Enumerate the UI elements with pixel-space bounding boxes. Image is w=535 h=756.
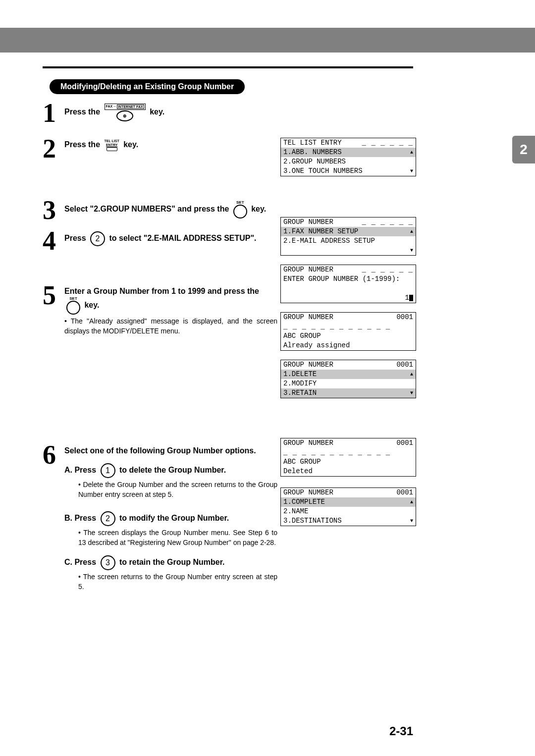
lcd-line: 3.ONE TOUCH NUMBERS [283,166,363,176]
step-number: 5 [43,282,64,309]
lcd-line: ENTER GROUP NUMBER (1-1999): [283,274,400,284]
lcd-tel-list: TEL LIST ENTRY_ _ _ _ _ _ 1.ABB. NUMBERS… [280,138,416,176]
step-number: 3 [43,197,64,223]
lcd-line: 1.ABB. NUMBERS [283,148,342,157]
step-6b-tail: to modify the Group Number. [119,514,229,522]
lcd-line: GROUP NUMBER [283,265,333,274]
lcd-line: GROUP NUMBER [283,488,333,497]
section-title: Modifying/Deleting an Existing Group Num… [50,79,245,94]
lcd-line: 3.DESTINATIONS [283,516,342,526]
lcd-enter-number: GROUP NUMBER_ _ _ _ _ _ ENTER GROUP NUMB… [280,265,416,303]
key-2-icon: 2 [90,231,105,246]
lcd-dash: _ _ _ _ _ _ [362,265,413,274]
step-1-text-b: key. [150,108,164,116]
lcd-line: 2.MODIFY [283,379,317,388]
lcd-line: 2.E-MAIL ADDRESS SETUP [283,236,375,246]
header-bar [0,28,535,53]
set-label: SET [236,201,244,205]
fax-label-left: FAX [106,105,113,109]
lcd-value: 0001 [396,313,413,322]
top-rule [43,66,413,68]
lcd-line: GROUP NUMBER [283,217,333,227]
set-label: SET [69,297,77,301]
lcd-line: ABC GROUP [283,331,321,341]
lcd-value: 0001 [396,438,413,448]
step-6b-label: B. Press [64,514,96,522]
lcd-line: 1.FAX NUMBER SETUP [283,227,358,236]
fax-internet-key-icon: FAX ↔ INTERNET FAX ⊕ [105,104,146,121]
step-6c-label: C. Press [64,558,96,567]
lcd-dash: _ _ _ _ _ _ _ _ _ _ _ _ [283,448,390,457]
lcd-modify-menu: GROUP NUMBER0001 1.COMPLETE▲ 2.NAME 3.DE… [280,487,416,526]
step-4-text-a: Press [64,234,86,242]
key-2-icon: 2 [101,511,115,526]
step-6-title: Select one of the following Group Number… [64,445,277,456]
chapter-side-tab: 2 [512,136,535,163]
lcd-line: 3.RETAIN [283,388,317,398]
down-arrow-icon: ▼ [410,388,413,398]
step-6a-bullet: • Delete the Group Number and the screen… [78,480,277,499]
up-arrow-icon: ▲ [410,370,413,379]
step-6a-label: A. Press [64,466,96,474]
lcd-line: GROUP NUMBER [283,360,333,370]
lcd-line: Deleted [283,467,313,476]
step-number: 1 [43,100,64,126]
step-1-text-a: Press the [64,108,100,116]
step-6b-bullet: • The screen displays the Group Number m… [78,528,277,547]
entry-key-mid: ENTRY [106,143,117,147]
down-arrow-icon: ▼ [410,246,413,255]
step-number: 2 [43,135,64,162]
page-number: 2-31 [389,724,413,738]
step-5-bullet: • The "Already assigned" message is disp… [64,317,277,336]
lcd-already-assigned: GROUP NUMBER0001 _ _ _ _ _ _ _ _ _ _ _ _… [280,312,416,351]
lcd-modify-delete-menu: GROUP NUMBER0001 1.DELETE▲ 2.MODIFY 3.RE… [280,360,416,398]
up-arrow-icon: ▲ [410,497,413,507]
lcd-line: 2.GROUP NUMBERS [283,157,346,166]
lcd-deleted: GROUP NUMBER0001 _ _ _ _ _ _ _ _ _ _ _ _… [280,438,416,477]
lcd-line: 2.NAME [283,507,308,516]
up-arrow-icon: ▲ [410,227,413,236]
key-1-icon: 1 [101,463,115,478]
step-3-text-b: key. [251,205,266,213]
step-6c-bullet: • The screen returns to the Group Number… [78,572,277,592]
lcd-line: 1.COMPLETE [283,497,325,507]
lcd-line: 1.DELETE [283,370,317,379]
lcd-line: 1 [405,293,409,303]
lcd-line: TEL LIST ENTRY [283,138,342,148]
fax-arrow-icon: ↔ [113,105,116,109]
entry-key-top: TEL LIST [105,139,119,143]
lcd-dash: _ _ _ _ _ _ [362,217,413,227]
set-key-icon: SET [66,297,80,315]
step-4-text-b: to select "2.E-MAIL ADDRESS SETUP". [109,234,257,242]
cursor-icon [409,295,413,301]
step-6c-tail: to retain the Group Number. [119,558,224,567]
down-arrow-icon: ▼ [410,516,413,526]
lcd-line: GROUP NUMBER [283,313,333,322]
step-5-text-a: Enter a Group Number from 1 to 1999 and … [64,287,259,295]
down-arrow-icon: ▼ [410,166,413,176]
step-number: 4 [43,227,64,254]
tel-list-entry-key-icon: TEL LIST ENTRY [105,139,119,151]
step-2-text-b: key. [123,140,138,149]
step-3-text-a: Select "2.GROUP NUMBERS" and press the [64,205,229,213]
step-6a-tail: to delete the Group Number. [119,466,226,474]
lcd-group-menu: GROUP NUMBER_ _ _ _ _ _ 1.FAX NUMBER SET… [280,217,416,256]
up-arrow-icon: ▲ [410,148,413,157]
lcd-line: Already assigned [283,341,350,350]
lcd-line: ABC GROUP [283,457,321,467]
step-number: 6 [43,441,64,468]
lcd-value: 0001 [396,488,413,497]
key-3-icon: 3 [101,555,115,570]
step-5-text-b: key. [84,301,99,310]
step-1: 1 Press the FAX ↔ INTERNET FAX ⊕ key. [43,100,419,126]
fax-label-right: INTERNET FAX [117,105,144,109]
lcd-dash: _ _ _ _ _ _ _ _ _ _ _ _ [283,322,390,331]
set-key-icon: SET [233,201,247,218]
lcd-value: 0001 [396,360,413,370]
step-2-text-a: Press the [64,140,100,149]
lcd-line: GROUP NUMBER [283,438,333,448]
lcd-dash: _ _ _ _ _ _ [362,138,413,148]
